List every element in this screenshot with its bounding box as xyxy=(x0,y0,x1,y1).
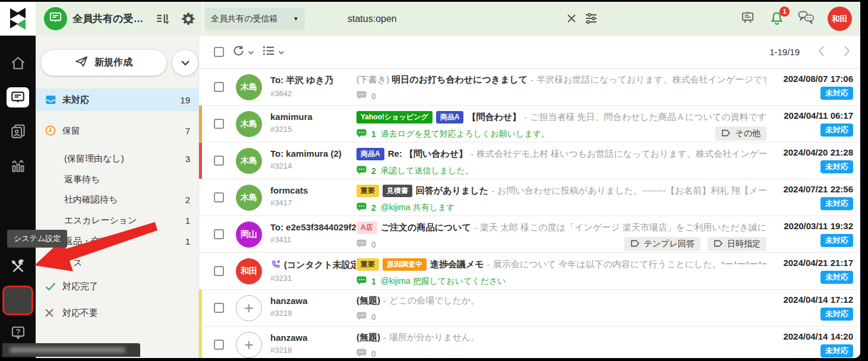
mail-list-item[interactable]: +hanzawa#3218(無題)-場所が分かりません。02024/04/14 … xyxy=(199,327,860,358)
tree-item-label: 社内確認待ち xyxy=(64,194,118,205)
tag-icon xyxy=(721,129,731,139)
tree-item-count: 7 xyxy=(185,126,190,136)
label-badge: 商品A xyxy=(436,111,464,124)
mail-list-item[interactable]: 木島formcats#3417重要見積書回答がありました-お問い合わせに投稿があ… xyxy=(199,179,860,216)
list-view-button[interactable] xyxy=(263,45,285,59)
tag-chip[interactable]: その他 xyxy=(715,126,766,141)
sidebar-item-contacts[interactable] xyxy=(0,117,36,145)
sender-name: kamimura xyxy=(270,112,356,122)
sender-name: (コンタクト未設定) xyxy=(270,259,356,271)
tree-item[interactable]: 社内確認待ち2 xyxy=(36,188,199,211)
tag-list: テンプレ回答日時指定 xyxy=(624,237,766,251)
row-checkbox[interactable] xyxy=(214,119,224,129)
avatar: 木島 xyxy=(236,111,262,137)
separator: - xyxy=(491,186,494,196)
meta-column: 2024/04/11 06:17未対応 xyxy=(784,110,853,137)
row-checkbox[interactable] xyxy=(214,229,224,239)
tree-item-count: 1 xyxy=(185,216,190,226)
avatar-add-contact[interactable]: + xyxy=(236,332,262,358)
row-checkbox[interactable] xyxy=(214,266,224,276)
sender-column: To: e2e53f3844029f2b12e#3411 xyxy=(270,222,356,244)
tree-item[interactable]: 対応完了 xyxy=(36,275,199,297)
separator: - xyxy=(474,223,477,233)
sidebar-item-inbox[interactable] xyxy=(0,83,36,112)
refresh-button[interactable] xyxy=(232,45,254,59)
comment-line: 0 xyxy=(356,348,766,358)
sender-name: To: 半沢 ゆき乃 xyxy=(270,75,356,86)
avatar: 木島 xyxy=(236,74,262,100)
comment-count: 0 xyxy=(371,349,376,358)
row-checkbox[interactable] xyxy=(214,192,224,202)
row-checkbox[interactable] xyxy=(214,156,224,166)
next-page-button[interactable] xyxy=(843,45,851,59)
relation-logo[interactable] xyxy=(0,2,36,36)
message-column: (無題)-どこの会場でしたか。0 xyxy=(356,295,766,323)
avatar-add-contact[interactable]: + xyxy=(236,295,262,321)
select-all-checkbox[interactable] xyxy=(214,47,224,57)
compose-button[interactable]: 新規作成 xyxy=(40,49,167,76)
filter-sliders-icon[interactable] xyxy=(584,12,598,25)
list-view-icon xyxy=(263,45,275,59)
sort-settings-icon[interactable] xyxy=(154,11,170,27)
priority-stripe xyxy=(199,290,202,326)
tag-chip[interactable]: テンプレ回答 xyxy=(624,237,700,251)
user-avatar[interactable]: 和田 xyxy=(828,7,852,31)
tree-item[interactable]: (保留理由なし)3 xyxy=(36,147,199,170)
separator: - xyxy=(383,296,386,306)
comment-bubble-icon xyxy=(356,166,367,177)
inbox-channel-icon[interactable] xyxy=(44,7,67,30)
mail-list-item[interactable]: 木島To: kamimura (2)#3214商品ARe: 【問い合わせ】-株式… xyxy=(199,142,860,179)
chat-bubbles-icon[interactable] xyxy=(798,10,815,27)
meta-column: 2024/04/14 14:20未対応 xyxy=(783,331,853,357)
sender-column: hanzawa#3218 xyxy=(270,332,356,354)
row-checkbox[interactable] xyxy=(214,340,224,350)
ticket-id: #3214 xyxy=(270,162,356,170)
sidebar-item-home[interactable] xyxy=(0,49,36,77)
row-checkbox[interactable] xyxy=(214,82,224,92)
tree-item[interactable]: ミス xyxy=(36,251,199,274)
avatar: 和田 xyxy=(236,258,262,284)
tree-item-count: 19 xyxy=(180,95,190,105)
subject-line: 商品ARe: 【問い合わせ】-株式会社デモ上村 様いつもお世話になっております。… xyxy=(356,148,766,160)
mail-list-item[interactable]: +hanzawa#3219(無題)-どこの会場でしたか。02024/04/14 … xyxy=(199,290,860,327)
mail-list-item[interactable]: 木島kamimura#3215Yahoo!ショッピング商品A【問合わせ】-ご担当… xyxy=(199,106,860,142)
tree-item-count: 2 xyxy=(185,195,190,205)
clear-search-icon[interactable] xyxy=(566,13,577,24)
mail-list-item[interactable]: 岡山To: e2e53f3844029f2b12e#3411A店ご注文の商品につ… xyxy=(199,216,860,253)
gear-icon[interactable] xyxy=(181,11,196,27)
tree-item[interactable]: 保留7 xyxy=(36,119,199,142)
message-column: 商品ARe: 【問い合わせ】-株式会社デモ上村 様いつもお世話になっております。… xyxy=(356,148,766,177)
sidebar-item-help[interactable]: ? xyxy=(0,318,36,347)
tree-item[interactable]: 対応不要 xyxy=(36,302,199,324)
subject-text: (無題) xyxy=(356,332,380,343)
announcement-icon[interactable] xyxy=(740,10,756,28)
tree-item[interactable]: 未対応19 xyxy=(36,88,199,111)
compose-options-button[interactable] xyxy=(172,49,198,76)
tag-list: その他 xyxy=(715,126,766,141)
inbox-selector-dropdown[interactable]: 全員共有の受信箱 ▼ xyxy=(205,8,305,30)
sidebar-item-stats[interactable] xyxy=(0,151,36,180)
prev-page-button[interactable] xyxy=(818,45,825,59)
tree-item[interactable]: 返事待ち xyxy=(36,168,199,191)
top-header: 全員共有の受… 全員共有の受信箱 ▼ status:open 1 和田 xyxy=(36,2,860,36)
tag-chip[interactable]: 日時指定 xyxy=(708,237,766,251)
notifications-bell[interactable]: 1 xyxy=(769,11,785,27)
tree-item-count: 1 xyxy=(185,236,190,246)
ticket-id: #3215 xyxy=(270,125,356,134)
meta-column: 2024/07/21 22:56未対応 xyxy=(783,184,853,210)
tree-item[interactable]: エスカレーション1 xyxy=(36,209,199,232)
search-input[interactable]: status:open xyxy=(348,2,397,36)
status-badge: 未対応 xyxy=(820,234,853,247)
preview-text: どこの会場でしたか。 xyxy=(389,295,479,306)
mail-list-item[interactable]: 木島To: 半沢 ゆき乃#3642(下書き)明日のお打ち合わせにつきまして-半沢… xyxy=(199,69,860,106)
app-window: 全員共有の受… 全員共有の受信箱 ▼ status:open 1 和田 ? xyxy=(0,2,860,358)
priority-stripe xyxy=(199,142,202,179)
separator: - xyxy=(383,332,386,343)
logo-triangles-icon xyxy=(6,7,30,31)
tag-icon xyxy=(714,239,723,249)
row-checkbox[interactable] xyxy=(214,303,224,313)
status-badge: 未対応 xyxy=(820,344,853,357)
priority-stripe xyxy=(199,179,202,216)
mail-list-item[interactable]: 和田(コンタクト未設定)#3231重要原因調査中進捗会議メモ-展示会について 今… xyxy=(199,253,860,290)
sidebar-item-settings-tools[interactable] xyxy=(0,252,36,281)
